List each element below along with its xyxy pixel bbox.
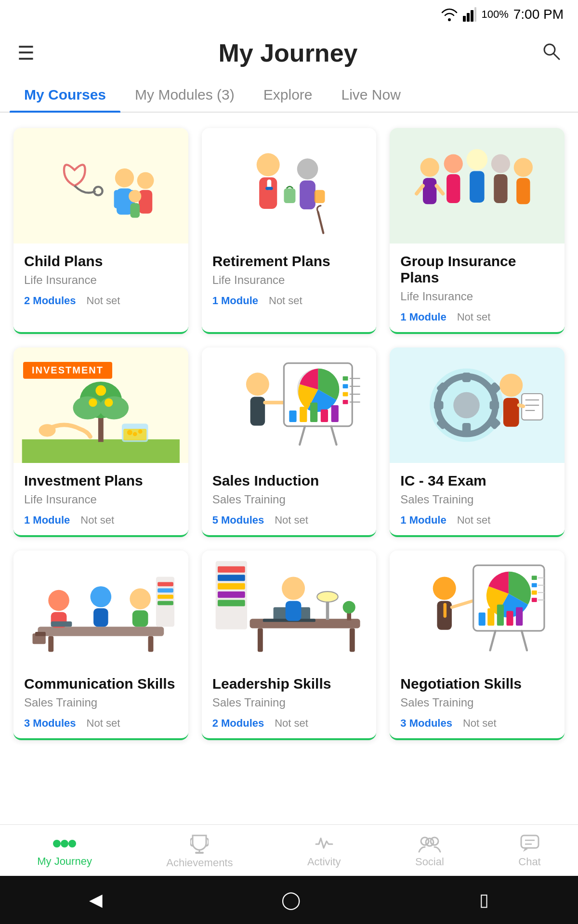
svg-rect-126 (444, 603, 447, 618)
svg-rect-142 (516, 607, 523, 626)
svg-line-144 (522, 631, 527, 650)
svg-line-36 (437, 186, 443, 193)
tab-my-courses[interactable]: My Courses (10, 77, 120, 112)
svg-rect-108 (218, 575, 245, 581)
course-card-communication-skills[interactable]: Communication Skills Sales Training 3 Mo… (13, 551, 188, 740)
card-category-negotiation-skills: Sales Training (400, 696, 554, 709)
course-card-negotiation-skills[interactable]: Negotiation Skills Sales Training 3 Modu… (390, 551, 565, 740)
card-category-investment-plans: Life Insurance (24, 493, 178, 506)
svg-rect-10 (114, 190, 119, 208)
svg-point-8 (115, 168, 134, 187)
course-card-group-insurance[interactable]: Group Insurance Plans Life Insurance 1 M… (390, 128, 565, 334)
nav-item-achievements[interactable]: Achievements (166, 834, 233, 869)
card-title-retirement-plans: Retirement Plans (212, 253, 366, 270)
svg-rect-107 (218, 566, 245, 573)
svg-rect-19 (265, 187, 273, 190)
svg-rect-134 (532, 590, 537, 595)
svg-rect-113 (258, 628, 263, 652)
svg-point-33 (514, 158, 533, 177)
course-card-investment-plans[interactable]: INVESTMENT (13, 347, 188, 537)
svg-rect-56 (342, 376, 348, 381)
android-nav-bar: ◀ ◯ ▯ (0, 876, 578, 924)
signal-icon (463, 7, 476, 22)
card-image-leadership-skills (202, 551, 377, 666)
course-card-sales-induction[interactable]: Sales Induction Sales Training 5 Modules… (202, 347, 377, 537)
card-image-child-plans (13, 128, 188, 244)
card-title-negotiation-skills: Negotiation Skills (400, 676, 554, 692)
course-card-ic34-exam[interactable]: IC - 34 Exam Sales Training 1 Module Not… (390, 347, 565, 537)
svg-rect-114 (349, 628, 355, 652)
recents-button[interactable]: ▯ (479, 890, 489, 910)
card-meta-negotiation-skills: 3 Modules Not set (400, 717, 554, 730)
svg-rect-67 (320, 410, 328, 422)
search-icon[interactable] (541, 41, 561, 65)
svg-point-43 (89, 398, 97, 407)
social-icon (418, 834, 441, 853)
svg-rect-136 (532, 598, 537, 602)
activity-icon (315, 834, 333, 853)
svg-rect-34 (516, 178, 530, 205)
card-category-ic34-exam: Sales Training (400, 493, 554, 506)
card-category-leadership-skills: Sales Training (212, 696, 366, 709)
home-button[interactable]: ◯ (281, 890, 301, 910)
svg-point-41 (99, 396, 129, 419)
svg-point-48 (127, 430, 132, 435)
tab-explore[interactable]: Explore (249, 77, 327, 112)
tab-my-modules[interactable]: My Modules (3) (120, 77, 249, 112)
svg-rect-1 (467, 13, 470, 22)
course-card-child-plans[interactable]: Child Plans Life Insurance 2 Modules Not… (13, 128, 188, 334)
svg-rect-15 (130, 203, 140, 218)
svg-point-95 (91, 586, 112, 607)
card-deadline-retirement-plans: Not set (269, 295, 302, 307)
svg-point-42 (95, 385, 106, 396)
svg-rect-58 (342, 384, 348, 388)
card-meta-group-insurance: 1 Module Not set (400, 311, 554, 323)
course-card-leadership-skills[interactable]: Leadership Skills Sales Training 2 Modul… (202, 551, 377, 740)
card-modules-leadership-skills: 2 Modules (212, 717, 264, 730)
svg-rect-109 (218, 583, 245, 590)
header: ☰ My Journey (0, 29, 578, 72)
page-title: My Journey (219, 38, 358, 67)
bottom-nav: My Journey Achievements Activity Social (0, 824, 578, 876)
svg-point-31 (491, 154, 510, 173)
nav-item-activity[interactable]: Activity (307, 834, 341, 868)
card-image-ic34-exam (390, 347, 565, 463)
card-modules-retirement-plans: 1 Module (212, 295, 258, 307)
nav-item-chat[interactable]: Chat (518, 834, 540, 868)
svg-point-40 (73, 396, 103, 419)
svg-rect-104 (158, 595, 173, 599)
hamburger-icon[interactable]: ☰ (17, 42, 35, 64)
card-modules-child-plans: 2 Modules (24, 295, 76, 307)
svg-point-49 (133, 432, 137, 436)
card-modules-investment-plans: 1 Module (24, 514, 70, 526)
svg-rect-64 (289, 411, 296, 422)
svg-point-20 (297, 158, 318, 180)
card-title-investment-plans: Investment Plans (24, 473, 178, 489)
svg-rect-138 (479, 613, 486, 626)
card-meta-investment-plans: 1 Module Not set (24, 514, 178, 526)
course-card-retirement-plans[interactable]: Retirement Plans Life Insurance 1 Module… (202, 128, 377, 334)
course-grid: Child Plans Life Insurance 2 Modules Not… (0, 113, 578, 756)
tabs: My Courses My Modules (3) Explore Live N… (0, 77, 578, 113)
svg-rect-123 (285, 601, 301, 621)
svg-line-143 (490, 631, 496, 650)
card-category-sales-induction: Sales Training (212, 493, 366, 506)
card-body-investment-plans: Investment Plans Life Insurance 1 Module… (13, 463, 188, 535)
card-body-ic34-exam: IC - 34 Exam Sales Training 1 Module Not… (390, 463, 565, 535)
nav-item-social[interactable]: Social (415, 834, 444, 868)
back-button[interactable]: ◀ (89, 890, 103, 910)
card-category-communication-skills: Sales Training (24, 696, 178, 709)
svg-point-146 (61, 840, 68, 847)
svg-rect-66 (310, 403, 317, 422)
status-icons: 100% 7:00 PM (441, 7, 564, 22)
investment-banner: INVESTMENT (23, 362, 112, 379)
svg-rect-102 (158, 582, 173, 586)
nav-item-journey[interactable]: My Journey (37, 835, 92, 868)
card-image-negotiation-skills (390, 551, 565, 666)
card-body-leadership-skills: Leadership Skills Sales Training 2 Modul… (202, 666, 377, 738)
svg-rect-32 (494, 174, 508, 203)
svg-point-92 (48, 590, 69, 611)
tab-live-now[interactable]: Live Now (327, 77, 415, 112)
svg-rect-22 (284, 188, 295, 203)
svg-rect-91 (148, 636, 154, 652)
